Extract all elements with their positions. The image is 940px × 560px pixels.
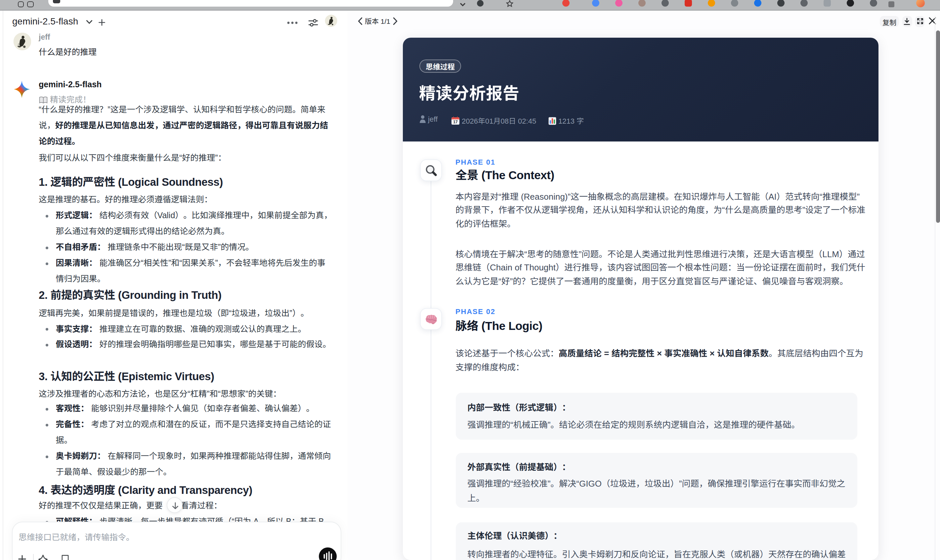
svg-text:17: 17 [453, 120, 458, 124]
